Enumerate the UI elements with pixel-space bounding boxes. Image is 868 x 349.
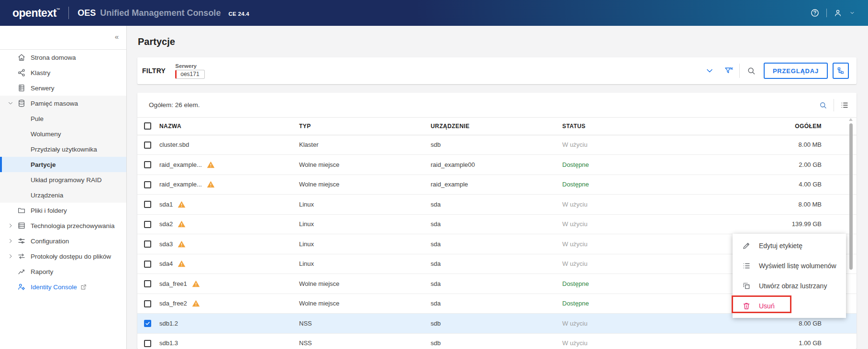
- row-checkbox[interactable]: [144, 320, 151, 327]
- table-row[interactable]: cluster.sbdKlastersdbW użyciu8.00 MB: [137, 135, 857, 155]
- sidebar-item-storage-tech[interactable]: Technologia przechowywania: [0, 218, 126, 233]
- chevron-right-icon: [7, 253, 14, 260]
- identity-icon: [17, 283, 26, 291]
- table-row[interactable]: raid_example...Wolne miejsceraid_example…: [137, 155, 857, 175]
- row-checkbox[interactable]: [144, 240, 151, 248]
- browse-button[interactable]: PRZEGLĄDAJ: [764, 63, 828, 79]
- help-icon[interactable]: [810, 8, 820, 18]
- table-row[interactable]: sda1LinuxsdaW użyciu8.00 MB: [137, 195, 857, 215]
- version-label: CE 24.4: [228, 11, 249, 17]
- status-label: Dostępne: [562, 280, 589, 287]
- partition-device: sda: [431, 294, 562, 314]
- table-row[interactable]: sda2LinuxsdaW użyciu139.99 GB: [137, 214, 857, 234]
- row-checkbox[interactable]: [144, 340, 151, 347]
- row-checkbox[interactable]: [144, 201, 151, 208]
- row-checkbox[interactable]: [144, 161, 151, 168]
- row-checkbox[interactable]: [144, 142, 151, 149]
- partition-name: raid_example...: [159, 161, 202, 168]
- sidebar-collapse-button[interactable]: «: [115, 33, 119, 41]
- sidebar-item-devices[interactable]: Urządzenia: [0, 187, 126, 203]
- user-icon[interactable]: [834, 9, 842, 17]
- search-icon[interactable]: [819, 101, 827, 109]
- sidebar-item-user-quotas[interactable]: Przydziały użytkownika: [0, 142, 126, 157]
- menu-item-label: Wyświetl listę wolumenów: [759, 262, 836, 270]
- select-all-checkbox[interactable]: [144, 122, 151, 130]
- menu-item-create-mirror[interactable]: Utwórz obraz lustrzany: [733, 276, 846, 296]
- sidebar-item-home[interactable]: Strona domowa: [0, 50, 126, 65]
- partition-total: 1.00 GB: [694, 333, 822, 349]
- partition-device: sdb: [431, 333, 562, 349]
- row-checkbox[interactable]: [144, 221, 151, 228]
- storage-icon: [17, 99, 26, 108]
- clear-filter-icon[interactable]: [724, 66, 734, 76]
- row-checkbox[interactable]: [144, 300, 151, 307]
- status-label: W użyciu: [562, 260, 588, 267]
- partition-type: Linux: [299, 195, 431, 215]
- menu-item-show-volume-list[interactable]: Wyświetl listę wolumenów: [733, 256, 846, 276]
- sidebar-item-label: Pliki i foldery: [31, 207, 67, 214]
- partition-type: NSS: [299, 314, 431, 334]
- collapse-filters-chevron-icon[interactable]: [705, 66, 714, 76]
- status-label: W użyciu: [562, 220, 588, 228]
- external-link-icon: [80, 284, 87, 291]
- status-label: Dostępne: [562, 181, 589, 188]
- row-context-menu: Edytuj etykietęWyświetl listę wolumenówU…: [733, 234, 846, 318]
- sidebar-item-software-raid[interactable]: Układ programowy RAID: [0, 172, 126, 187]
- listmenu-icon: [742, 262, 751, 270]
- partition-type: NSS: [299, 333, 431, 349]
- row-checkbox[interactable]: [144, 181, 151, 188]
- sidebar-item-label: Urządzenia: [31, 192, 63, 199]
- partition-device: sdb: [431, 314, 562, 334]
- trademark-symbol: ™: [56, 8, 60, 12]
- row-checkbox[interactable]: [144, 261, 151, 268]
- sidebar-item-clusters[interactable]: Klastry: [0, 65, 126, 80]
- column-header-typ: TYP: [299, 118, 431, 135]
- home-icon: [17, 53, 26, 62]
- partition-type: Klaster: [299, 135, 431, 155]
- status-label: W użyciu: [562, 339, 588, 347]
- sidebar-item-identity-console[interactable]: Identity Console: [0, 279, 126, 294]
- sidebar-item-volumes[interactable]: Wolumeny: [0, 126, 126, 142]
- tree-view-button[interactable]: [833, 63, 849, 79]
- sidebar-item-label: Raporty: [31, 268, 53, 275]
- table-row[interactable]: sdb1.3NSSsdbW użyciu1.00 GB: [137, 333, 857, 349]
- status-label: Dostępne: [562, 300, 589, 307]
- protocols-icon: [17, 252, 26, 261]
- trash-icon: [742, 302, 751, 310]
- table-row[interactable]: raid_example...Wolne miejsceraid_example…: [137, 174, 857, 195]
- chevron-down-icon: [7, 100, 14, 107]
- sidebar-item-label: Protokoły dostępu do plików: [31, 253, 111, 260]
- menu-item-edit-label[interactable]: Edytuj etykietę: [733, 236, 846, 256]
- partition-device: sda: [431, 254, 562, 274]
- table-scrollbar[interactable]: [849, 123, 853, 270]
- sidebar-item-pools[interactable]: Pule: [0, 111, 126, 126]
- sidebar-item-reports[interactable]: Raporty: [0, 264, 126, 279]
- server-icon: [17, 84, 26, 92]
- sidebar-item-configuration[interactable]: Configuration: [0, 233, 126, 249]
- server-filter-chip[interactable]: oes171: [175, 70, 204, 79]
- sidebar-item-servers[interactable]: Serwery: [0, 80, 126, 96]
- product-name: OES: [78, 8, 96, 18]
- row-actions-icon[interactable]: [846, 318, 857, 327]
- chevron-right-icon: [7, 222, 14, 229]
- menu-item-delete[interactable]: Usuń: [733, 296, 846, 316]
- opentext-logo: opentext™: [12, 7, 60, 20]
- status-label: W użyciu: [562, 201, 588, 208]
- partition-name: sdb1.3: [159, 339, 178, 347]
- row-checkbox[interactable]: [144, 280, 151, 287]
- scroll-up-arrow[interactable]: [849, 118, 853, 121]
- menu-item-label: Usuń: [759, 302, 775, 310]
- partition-type: Wolne miejsce: [299, 274, 431, 294]
- warning-icon: [192, 299, 200, 307]
- sidebar-item-storage[interactable]: Pamięć masowa: [0, 96, 126, 111]
- sidebar-item-partitions[interactable]: Partycje: [0, 157, 126, 172]
- partition-device: raid_example: [431, 174, 562, 195]
- tech-icon: [17, 221, 26, 230]
- list-view-icon[interactable]: [840, 101, 849, 109]
- filter-divider: [739, 64, 740, 78]
- search-icon[interactable]: [746, 66, 756, 76]
- chevron-down-icon[interactable]: [849, 10, 856, 16]
- warning-icon: [178, 240, 186, 248]
- sidebar-item-files-folders[interactable]: Pliki i foldery: [0, 203, 126, 218]
- sidebar-item-file-protocols[interactable]: Protokoły dostępu do plików: [0, 249, 126, 264]
